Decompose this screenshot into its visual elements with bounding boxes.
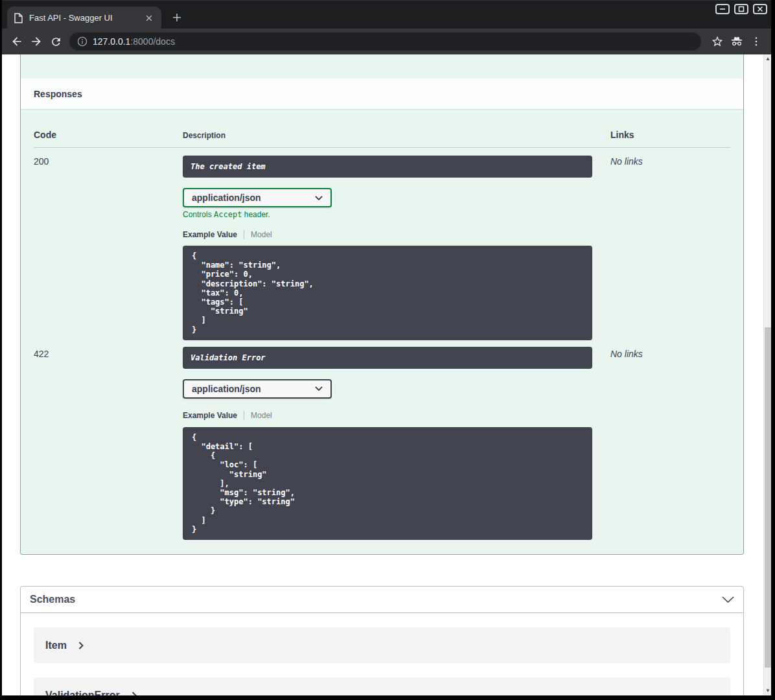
accept-header-note: Controls Accept header. (183, 210, 610, 219)
schemas-collapse-chevron-icon[interactable] (722, 596, 734, 603)
chevron-down-icon (315, 196, 323, 200)
page-scrollbar[interactable]: ▲ ▼ (763, 54, 771, 695)
tab-model[interactable]: Model (251, 411, 272, 420)
chevron-right-icon (132, 692, 137, 696)
tab-separator (244, 230, 244, 239)
page-content: Responses Code Description Links 200 The… (2, 54, 771, 695)
tab-separator (244, 411, 244, 420)
schemas-section: Schemas Item ValidationError (20, 586, 744, 695)
schemas-title: Schemas (30, 594, 75, 605)
tab-example-value[interactable]: Example Value (183, 411, 237, 420)
example-json-200: { "name": "string", "price": 0, "descrip… (183, 246, 592, 340)
schemas-header[interactable]: Schemas (21, 587, 743, 613)
responses-table-header: Code Description Links (34, 109, 730, 148)
address-bar[interactable]: 127.0.0.1:8000/docs (69, 32, 701, 51)
maximize-button[interactable] (734, 4, 748, 14)
browser-toolbar: 127.0.0.1:8000/docs (2, 29, 771, 54)
new-tab-button[interactable] (168, 8, 186, 27)
menu-dots-icon[interactable] (746, 32, 766, 51)
scroll-down-icon[interactable]: ▼ (764, 686, 771, 695)
titlebar: Fast API - Swagger UI (2, 0, 771, 29)
tab-model[interactable]: Model (251, 230, 272, 239)
model-card-item[interactable]: Item (34, 627, 730, 663)
model-card-validationerror[interactable]: ValidationError (34, 677, 730, 695)
back-icon[interactable] (7, 32, 27, 51)
close-button[interactable] (753, 4, 767, 14)
minimize-button[interactable] (715, 4, 730, 14)
bookmark-star-icon[interactable] (708, 32, 727, 51)
page-favicon-icon (14, 13, 23, 23)
responses-table: Code Description Links 200 The created i… (21, 109, 743, 540)
scroll-up-icon[interactable]: ▲ (764, 54, 771, 64)
media-type-select[interactable]: application/json (183, 188, 332, 207)
model-name: Item (45, 640, 67, 651)
reload-icon[interactable] (46, 32, 65, 51)
incognito-icon (727, 32, 746, 51)
column-header-links: Links (610, 130, 730, 140)
tab-example-value[interactable]: Example Value (183, 230, 237, 239)
forward-icon[interactable] (27, 32, 46, 51)
url-text[interactable]: 127.0.0.1:8000/docs (93, 36, 175, 47)
response-links: No links (610, 148, 730, 167)
browser-window: Fast API - Swagger UI (2, 0, 771, 695)
response-code: 200 (34, 148, 183, 167)
response-description-box: Validation Error (183, 347, 592, 369)
column-header-code: Code (34, 130, 183, 140)
example-json-422: { "detail": [ { "loc": [ "string" ], "ms… (183, 427, 592, 540)
response-description-box: The created item (183, 156, 592, 178)
response-links: No links (610, 340, 730, 359)
model-name: ValidationError (45, 690, 120, 696)
schemas-body: Item ValidationError (21, 613, 743, 695)
media-type-select[interactable]: application/json (183, 379, 332, 399)
response-row-422: 422 Validation Error application/json Ex… (34, 340, 730, 540)
chevron-down-icon (315, 386, 323, 391)
column-header-description: Description (183, 131, 610, 140)
response-code: 422 (34, 340, 183, 359)
tab-title: Fast API - Swagger UI (29, 13, 143, 23)
browser-tab[interactable]: Fast API - Swagger UI (7, 6, 161, 29)
site-info-icon[interactable] (77, 36, 87, 47)
chevron-right-icon (78, 642, 84, 649)
response-row-200: 200 The created item application/json Co… (34, 148, 730, 340)
scrollbar-thumb[interactable] (765, 327, 771, 668)
opblock-post-section: Responses Code Description Links 200 The… (20, 54, 744, 555)
tab-close-icon[interactable] (143, 12, 155, 24)
responses-title: Responses (34, 89, 82, 99)
responses-section-header: Responses (21, 78, 743, 109)
